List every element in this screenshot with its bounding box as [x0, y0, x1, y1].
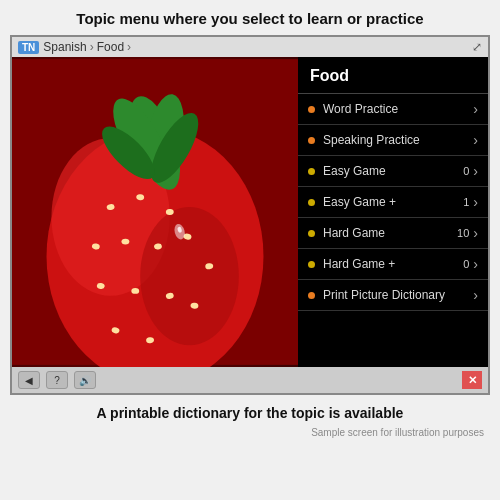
close-button[interactable]: ✕ — [462, 371, 482, 389]
menu-dot-icon — [308, 106, 315, 113]
menu-item-count: 0 — [463, 258, 469, 270]
menu-dot-icon — [308, 230, 315, 237]
chevron-right-icon: › — [473, 163, 478, 179]
menu-item[interactable]: Speaking Practice› — [298, 125, 488, 156]
screen-expand-icon[interactable]: ⤢ — [472, 40, 482, 54]
svg-point-3 — [140, 207, 239, 345]
menu-item[interactable]: Easy Game0› — [298, 156, 488, 187]
bottom-caption: A printable dictionary for the topic is … — [0, 395, 500, 427]
menu-item-label: Easy Game — [323, 164, 463, 178]
menu-item-label: Print Picture Dictionary — [323, 288, 473, 302]
chevron-right-icon: › — [473, 287, 478, 303]
chevron-right-icon: › — [473, 101, 478, 117]
breadcrumb-tn[interactable]: TN — [18, 41, 39, 54]
breadcrumb-spanish[interactable]: Spanish — [43, 40, 86, 54]
top-caption: Topic menu where you select to learn or … — [0, 0, 500, 35]
svg-point-13 — [131, 288, 139, 294]
audio-button[interactable]: 🔊 — [74, 371, 96, 389]
screen-container: TN Spanish › Food › ⤢ — [10, 35, 490, 395]
menu-item[interactable]: Easy Game +1› — [298, 187, 488, 218]
menu-item-label: Easy Game + — [323, 195, 463, 209]
menu-item[interactable]: Hard Game +0› — [298, 249, 488, 280]
menu-item[interactable]: Word Practice› — [298, 94, 488, 125]
panel-title: Food — [298, 57, 488, 94]
sample-note: Sample screen for illustration purposes — [0, 427, 500, 444]
menu-dot-icon — [308, 292, 315, 299]
menu-item[interactable]: Hard Game10› — [298, 218, 488, 249]
menu-item-count: 10 — [457, 227, 469, 239]
menu-item-count: 0 — [463, 165, 469, 177]
menu-dot-icon — [308, 168, 315, 175]
main-content: Food Word Practice›Speaking Practice›Eas… — [12, 57, 488, 367]
menu-item-count: 1 — [463, 196, 469, 208]
menu-dot-icon — [308, 199, 315, 206]
menu-dot-icon — [308, 137, 315, 144]
back-button[interactable]: ◀ — [18, 371, 40, 389]
chevron-right-icon: › — [473, 132, 478, 148]
breadcrumb-separator-2: › — [127, 40, 131, 54]
right-panel: Food Word Practice›Speaking Practice›Eas… — [298, 57, 488, 367]
image-area — [12, 57, 298, 367]
breadcrumb-food[interactable]: Food — [97, 40, 124, 54]
help-button[interactable]: ? — [46, 371, 68, 389]
menu-item-label: Speaking Practice — [323, 133, 473, 147]
menu-item-label: Hard Game + — [323, 257, 463, 271]
menu-items-container: Word Practice›Speaking Practice›Easy Gam… — [298, 94, 488, 311]
menu-dot-icon — [308, 261, 315, 268]
menu-item-label: Hard Game — [323, 226, 457, 240]
breadcrumb-bar: TN Spanish › Food › ⤢ — [12, 37, 488, 57]
menu-item-label: Word Practice — [323, 102, 473, 116]
chevron-right-icon: › — [473, 194, 478, 210]
menu-item[interactable]: Print Picture Dictionary› — [298, 280, 488, 311]
svg-point-8 — [121, 239, 129, 245]
bottom-toolbar: ◀ ? 🔊 ✕ — [12, 367, 488, 393]
chevron-right-icon: › — [473, 225, 478, 241]
chevron-right-icon: › — [473, 256, 478, 272]
breadcrumb-separator-1: › — [90, 40, 94, 54]
